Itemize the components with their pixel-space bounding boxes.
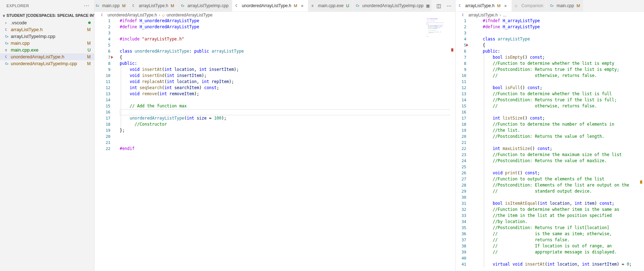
line-number[interactable]: 22 bbox=[455, 146, 466, 152]
code-line[interactable]: 30 bbox=[455, 194, 644, 200]
line-number[interactable]: 34 bbox=[455, 219, 466, 225]
line-number[interactable]: 16 bbox=[95, 109, 110, 115]
code-line[interactable]: 20 //Postcondition: Returns the value of… bbox=[455, 134, 644, 140]
code-line[interactable]: 36 // is the same as item; otherwise, bbox=[455, 231, 644, 237]
code-line[interactable]: 12 bool isFull() const; bbox=[455, 85, 644, 91]
tab-Companion[interactable]: □Companion bbox=[512, 0, 547, 11]
code-line[interactable]: 2#define H_unorderedArrayListType bbox=[95, 24, 455, 30]
code-line[interactable]: 28 //Postcondition: Elements of the list… bbox=[455, 182, 644, 188]
code-line[interactable]: 13 void remove(int removeItem); bbox=[95, 91, 455, 97]
line-number[interactable]: 11 bbox=[95, 79, 110, 85]
line-number[interactable]: 28 bbox=[455, 182, 466, 188]
tab-unorderedArrayListTypeImp.cpp[interactable]: C+unorderedArrayListTypeImp.cpp▦ bbox=[353, 0, 431, 11]
line-number[interactable]: 38 bbox=[455, 243, 466, 249]
line-number[interactable]: 4 bbox=[95, 36, 110, 42]
code-line[interactable]: 21 bbox=[455, 140, 644, 146]
code-line[interactable]: 14 bbox=[95, 97, 455, 103]
code-line[interactable]: 16 bbox=[95, 109, 455, 115]
split-editor-icon[interactable]: ◫ bbox=[437, 3, 441, 9]
line-number[interactable]: 12 bbox=[95, 85, 110, 91]
code-line[interactable]: 3 bbox=[95, 30, 455, 36]
line-number[interactable]: 5 bbox=[455, 42, 466, 48]
line-number[interactable]: 32 bbox=[455, 207, 466, 213]
file-item-.vscode[interactable]: ›.vscode bbox=[0, 19, 94, 26]
code-line[interactable]: 9 //Postcondition: Returns true if the l… bbox=[455, 67, 644, 73]
line-number[interactable]: 11 bbox=[455, 79, 466, 85]
line-number[interactable]: 6 bbox=[95, 48, 110, 54]
line-number[interactable]: 20 bbox=[95, 134, 110, 140]
code-line[interactable]: 17 int listSize() const; bbox=[455, 115, 644, 121]
code-line[interactable]: 21 bbox=[95, 140, 455, 146]
code-line[interactable]: 22#endif bbox=[95, 146, 455, 152]
line-number[interactable]: 7 bbox=[95, 54, 110, 61]
line-number[interactable]: 13 bbox=[95, 91, 110, 97]
line-number[interactable]: 33 bbox=[455, 213, 466, 219]
line-number[interactable]: 14 bbox=[95, 97, 110, 103]
line-number[interactable]: 7 bbox=[455, 54, 466, 61]
code-line[interactable]: 6public: bbox=[455, 48, 644, 54]
code-editor-arrayListType.h[interactable]: 1#ifndef H_arrayListType2#define H_array… bbox=[455, 18, 644, 271]
code-line[interactable]: 4#include "arrayListType.h" bbox=[95, 36, 455, 42]
more-actions-icon[interactable]: ⋯ bbox=[447, 3, 452, 9]
line-number[interactable]: 1 bbox=[95, 18, 110, 24]
line-number[interactable]: 21 bbox=[95, 140, 110, 146]
line-number[interactable]: 20 bbox=[455, 134, 466, 140]
line-number[interactable]: 35 bbox=[455, 225, 466, 231]
file-item-arrayListTypeImp.cpp[interactable]: C+arrayListTypeImp.cpp bbox=[0, 33, 94, 40]
line-number[interactable]: 24 bbox=[455, 158, 466, 164]
code-editor-unorderedArrayListType.h[interactable]: 1#ifndef H_unorderedArrayListType2#defin… bbox=[95, 18, 455, 271]
line-number[interactable]: 6 bbox=[455, 48, 466, 54]
code-line[interactable]: 4class arrayListType bbox=[455, 36, 644, 42]
code-line[interactable]: 29 // standard output device. bbox=[455, 188, 644, 194]
tab-settings-icon[interactable]: ▦ bbox=[426, 4, 430, 8]
line-number[interactable]: 10 bbox=[455, 73, 466, 79]
code-line[interactable]: 7{ bbox=[95, 54, 455, 61]
line-number[interactable]: 39 bbox=[455, 249, 466, 255]
breadcrumb-file[interactable]: unorderedArrayListType.h bbox=[108, 13, 157, 18]
tab-unorderedArrayListType.h[interactable]: CunorderedArrayListType.hM× bbox=[232, 0, 309, 11]
code-line[interactable]: 5{ bbox=[455, 42, 644, 48]
line-number[interactable]: 21 bbox=[455, 140, 466, 146]
line-number[interactable]: 10 bbox=[95, 73, 110, 79]
code-line[interactable]: 31 bool isItemAtEqual(int location, int … bbox=[455, 200, 644, 207]
code-line[interactable]: 9 void insertAt(int location, int insert… bbox=[95, 67, 455, 73]
code-line[interactable]: 20 bbox=[95, 134, 455, 140]
code-line[interactable]: 35 //Postcondition: Returns true if list… bbox=[455, 225, 644, 231]
line-number[interactable]: 8 bbox=[455, 61, 466, 67]
tab-arrayListType.h[interactable]: CarrayListType.hM bbox=[129, 0, 178, 11]
code-line[interactable]: 39 // appropriate message is displayed. bbox=[455, 249, 644, 255]
line-number[interactable]: 41 bbox=[455, 261, 466, 267]
file-item-unorderedArrayListType.h[interactable]: CunorderedArrayListType.hM bbox=[0, 53, 94, 60]
line-number[interactable]: 19 bbox=[95, 127, 110, 134]
code-line[interactable]: 11 bbox=[455, 79, 644, 85]
code-line[interactable]: 23 //Function to determine the maximum s… bbox=[455, 152, 644, 158]
code-line[interactable]: 33 //the item in the list at the positio… bbox=[455, 213, 644, 219]
code-line[interactable]: 18 //Constructor bbox=[95, 121, 455, 127]
line-number[interactable]: 26 bbox=[455, 170, 466, 176]
code-line[interactable]: 10 // otherwise, returns false. bbox=[455, 73, 644, 79]
code-line[interactable]: 18 //Function to determine the number of… bbox=[455, 121, 644, 127]
overview-ruler[interactable] bbox=[450, 18, 455, 271]
code-line[interactable]: 34 //by location. bbox=[455, 219, 644, 225]
line-number[interactable]: 9 bbox=[95, 67, 110, 73]
code-line[interactable]: 13 //Function to determine whether the l… bbox=[455, 91, 644, 97]
tab-main.cpp[interactable]: C+main.cppM bbox=[95, 0, 129, 11]
code-line[interactable]: 22 int maxListSize() const; bbox=[455, 146, 644, 152]
code-line[interactable]: 26 void print() const; bbox=[455, 170, 644, 176]
line-number[interactable]: 1 bbox=[455, 18, 466, 24]
tab-main.cpp[interactable]: C+main.cppM bbox=[547, 0, 583, 11]
code-line[interactable]: 37 // returns false. bbox=[455, 237, 644, 243]
line-number[interactable]: 14 bbox=[455, 97, 466, 103]
line-number[interactable]: 40 bbox=[455, 255, 466, 261]
code-line[interactable]: 5 bbox=[95, 42, 455, 48]
line-number[interactable]: 12 bbox=[455, 85, 466, 91]
line-number[interactable]: 22 bbox=[95, 146, 110, 152]
git-deleted-marker[interactable] bbox=[466, 44, 468, 47]
line-number[interactable]: 2 bbox=[95, 24, 110, 30]
file-item-main.cpp[interactable]: C+main.cppM bbox=[0, 40, 94, 47]
code-line[interactable]: 1#ifndef H_arrayListType bbox=[455, 18, 644, 24]
line-number[interactable]: 17 bbox=[455, 115, 466, 121]
code-line[interactable]: 11 void replaceAt(int location, int repI… bbox=[95, 79, 455, 85]
line-number[interactable]: 3 bbox=[455, 30, 466, 36]
code-line[interactable]: 3 bbox=[455, 30, 644, 36]
